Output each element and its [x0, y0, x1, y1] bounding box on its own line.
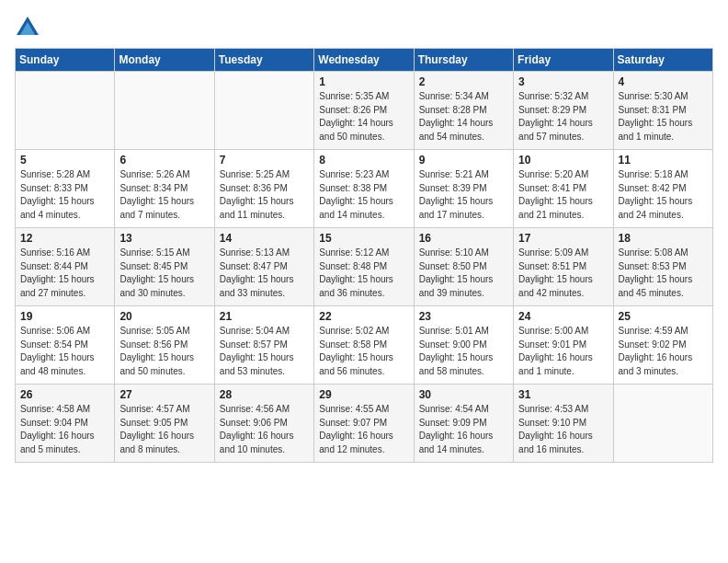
calendar-day-31: 31Sunrise: 4:53 AM Sunset: 9:10 PM Dayli… — [514, 385, 613, 463]
calendar-day-15: 15Sunrise: 5:12 AM Sunset: 8:48 PM Dayli… — [314, 228, 414, 306]
day-number: 9 — [419, 154, 508, 167]
calendar-table: SundayMondayTuesdayWednesdayThursdayFrid… — [15, 48, 713, 463]
day-number: 14 — [220, 232, 309, 245]
calendar-week-row: 1Sunrise: 5:35 AM Sunset: 8:26 PM Daylig… — [16, 72, 713, 150]
calendar-day-11: 11Sunrise: 5:18 AM Sunset: 8:42 PM Dayli… — [613, 150, 712, 228]
day-info: Sunrise: 5:25 AM Sunset: 8:36 PM Dayligh… — [220, 168, 309, 222]
day-info: Sunrise: 5:13 AM Sunset: 8:47 PM Dayligh… — [220, 247, 309, 300]
calendar-day-17: 17Sunrise: 5:09 AM Sunset: 8:51 PM Dayli… — [514, 228, 613, 306]
calendar-day-5: 5Sunrise: 5:28 AM Sunset: 8:33 PM Daylig… — [16, 150, 115, 228]
calendar-day-empty — [613, 385, 712, 463]
day-number: 20 — [119, 310, 209, 323]
day-number: 26 — [20, 388, 109, 401]
calendar-day-8: 8Sunrise: 5:23 AM Sunset: 8:38 PM Daylig… — [314, 150, 414, 228]
day-info: Sunrise: 5:04 AM Sunset: 8:57 PM Dayligh… — [220, 325, 309, 378]
day-number: 19 — [20, 310, 109, 323]
calendar-day-22: 22Sunrise: 5:02 AM Sunset: 8:58 PM Dayli… — [314, 306, 414, 385]
calendar-day-29: 29Sunrise: 4:55 AM Sunset: 9:07 PM Dayli… — [314, 385, 414, 463]
calendar-day-24: 24Sunrise: 5:00 AM Sunset: 9:01 PM Dayli… — [514, 306, 613, 385]
day-number: 25 — [619, 310, 708, 323]
calendar-day-23: 23Sunrise: 5:01 AM Sunset: 9:00 PM Dayli… — [414, 306, 513, 385]
calendar-day-18: 18Sunrise: 5:08 AM Sunset: 8:53 PM Dayli… — [613, 228, 712, 306]
weekday-header-sunday: Sunday — [16, 49, 115, 72]
calendar-day-19: 19Sunrise: 5:06 AM Sunset: 8:54 PM Dayli… — [16, 306, 115, 385]
day-info: Sunrise: 4:53 AM Sunset: 9:10 PM Dayligh… — [518, 403, 608, 456]
calendar-day-25: 25Sunrise: 4:59 AM Sunset: 9:02 PM Dayli… — [613, 306, 712, 385]
day-info: Sunrise: 4:55 AM Sunset: 9:07 PM Dayligh… — [319, 403, 408, 456]
day-info: Sunrise: 5:02 AM Sunset: 8:58 PM Dayligh… — [319, 325, 408, 378]
day-number: 15 — [319, 232, 408, 245]
calendar-day-20: 20Sunrise: 5:05 AM Sunset: 8:56 PM Dayli… — [115, 306, 214, 385]
page-header — [15, 15, 713, 40]
day-info: Sunrise: 5:26 AM Sunset: 8:34 PM Dayligh… — [119, 168, 209, 222]
day-number: 30 — [419, 388, 508, 401]
day-number: 23 — [419, 310, 508, 323]
day-info: Sunrise: 4:59 AM Sunset: 9:02 PM Dayligh… — [619, 325, 708, 378]
day-number: 12 — [20, 232, 109, 245]
calendar-day-empty — [214, 72, 313, 150]
calendar-day-14: 14Sunrise: 5:13 AM Sunset: 8:47 PM Dayli… — [214, 228, 313, 306]
weekday-header-saturday: Saturday — [613, 49, 712, 72]
weekday-header-monday: Monday — [115, 49, 214, 72]
calendar-day-4: 4Sunrise: 5:30 AM Sunset: 8:31 PM Daylig… — [613, 72, 712, 150]
day-number: 17 — [518, 232, 608, 245]
day-info: Sunrise: 5:30 AM Sunset: 8:31 PM Dayligh… — [619, 90, 708, 144]
day-info: Sunrise: 5:28 AM Sunset: 8:33 PM Dayligh… — [20, 168, 109, 222]
day-number: 10 — [518, 154, 608, 167]
day-info: Sunrise: 5:23 AM Sunset: 8:38 PM Dayligh… — [319, 168, 408, 222]
calendar-day-6: 6Sunrise: 5:26 AM Sunset: 8:34 PM Daylig… — [115, 150, 214, 228]
day-number: 1 — [319, 75, 408, 88]
day-info: Sunrise: 5:10 AM Sunset: 8:50 PM Dayligh… — [419, 247, 508, 300]
day-number: 21 — [220, 310, 309, 323]
day-info: Sunrise: 5:15 AM Sunset: 8:45 PM Dayligh… — [119, 247, 209, 300]
calendar-day-12: 12Sunrise: 5:16 AM Sunset: 8:44 PM Dayli… — [16, 228, 115, 306]
day-number: 11 — [619, 154, 708, 167]
day-info: Sunrise: 5:00 AM Sunset: 9:01 PM Dayligh… — [518, 325, 608, 378]
day-info: Sunrise: 5:32 AM Sunset: 8:29 PM Dayligh… — [518, 90, 608, 144]
day-info: Sunrise: 4:54 AM Sunset: 9:09 PM Dayligh… — [419, 403, 508, 456]
day-info: Sunrise: 5:01 AM Sunset: 9:00 PM Dayligh… — [419, 325, 508, 378]
logo-icon — [15, 15, 40, 40]
day-info: Sunrise: 5:20 AM Sunset: 8:41 PM Dayligh… — [518, 168, 608, 222]
day-info: Sunrise: 4:56 AM Sunset: 9:06 PM Dayligh… — [220, 403, 309, 456]
calendar-day-3: 3Sunrise: 5:32 AM Sunset: 8:29 PM Daylig… — [514, 72, 613, 150]
calendar-week-row: 19Sunrise: 5:06 AM Sunset: 8:54 PM Dayli… — [16, 306, 713, 385]
calendar-day-9: 9Sunrise: 5:21 AM Sunset: 8:39 PM Daylig… — [414, 150, 513, 228]
calendar-week-row: 12Sunrise: 5:16 AM Sunset: 8:44 PM Dayli… — [16, 228, 713, 306]
day-info: Sunrise: 5:06 AM Sunset: 8:54 PM Dayligh… — [20, 325, 109, 378]
day-number: 2 — [419, 75, 508, 88]
day-number: 28 — [220, 388, 309, 401]
calendar-day-empty — [16, 72, 115, 150]
day-info: Sunrise: 5:21 AM Sunset: 8:39 PM Dayligh… — [419, 168, 508, 222]
day-info: Sunrise: 5:08 AM Sunset: 8:53 PM Dayligh… — [619, 247, 708, 300]
day-info: Sunrise: 5:09 AM Sunset: 8:51 PM Dayligh… — [518, 247, 608, 300]
day-info: Sunrise: 5:18 AM Sunset: 8:42 PM Dayligh… — [619, 168, 708, 222]
calendar-day-10: 10Sunrise: 5:20 AM Sunset: 8:41 PM Dayli… — [514, 150, 613, 228]
calendar-day-empty — [115, 72, 214, 150]
day-info: Sunrise: 4:58 AM Sunset: 9:04 PM Dayligh… — [20, 403, 109, 456]
day-number: 18 — [619, 232, 708, 245]
day-info: Sunrise: 4:57 AM Sunset: 9:05 PM Dayligh… — [119, 403, 209, 456]
day-info: Sunrise: 5:35 AM Sunset: 8:26 PM Dayligh… — [319, 90, 408, 144]
day-number: 6 — [119, 154, 209, 167]
calendar-day-1: 1Sunrise: 5:35 AM Sunset: 8:26 PM Daylig… — [314, 72, 414, 150]
day-info: Sunrise: 5:34 AM Sunset: 8:28 PM Dayligh… — [419, 90, 508, 144]
calendar-header-row: SundayMondayTuesdayWednesdayThursdayFrid… — [16, 49, 713, 72]
calendar-day-21: 21Sunrise: 5:04 AM Sunset: 8:57 PM Dayli… — [214, 306, 313, 385]
calendar-day-30: 30Sunrise: 4:54 AM Sunset: 9:09 PM Dayli… — [414, 385, 513, 463]
day-number: 29 — [319, 388, 408, 401]
weekday-header-wednesday: Wednesday — [314, 49, 414, 72]
calendar-day-26: 26Sunrise: 4:58 AM Sunset: 9:04 PM Dayli… — [16, 385, 115, 463]
calendar-day-27: 27Sunrise: 4:57 AM Sunset: 9:05 PM Dayli… — [115, 385, 214, 463]
day-number: 4 — [619, 75, 708, 88]
day-number: 31 — [518, 388, 608, 401]
weekday-header-friday: Friday — [514, 49, 613, 72]
day-number: 3 — [518, 75, 608, 88]
logo — [15, 15, 44, 40]
calendar-day-28: 28Sunrise: 4:56 AM Sunset: 9:06 PM Dayli… — [214, 385, 313, 463]
day-info: Sunrise: 5:12 AM Sunset: 8:48 PM Dayligh… — [319, 247, 408, 300]
day-info: Sunrise: 5:05 AM Sunset: 8:56 PM Dayligh… — [119, 325, 209, 378]
weekday-header-tuesday: Tuesday — [214, 49, 313, 72]
day-info: Sunrise: 5:16 AM Sunset: 8:44 PM Dayligh… — [20, 247, 109, 300]
day-number: 5 — [20, 154, 109, 167]
